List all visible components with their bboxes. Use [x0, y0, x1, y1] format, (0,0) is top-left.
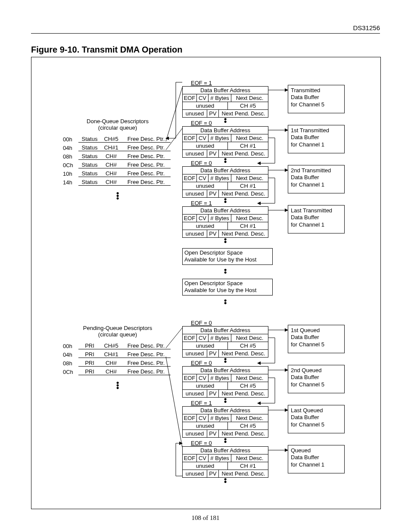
descriptor-block: Data Buffer Address EOFCV# BytesNext Des… [182, 126, 268, 158]
buffer-box: TransmittedData Bufferfor Channel 5 [288, 85, 345, 113]
eof-label: EOF = 1 [191, 200, 212, 206]
header-rule [31, 33, 380, 34]
buffer-box: QueuedData Bufferfor Channel 1 [288, 445, 345, 473]
page: DS31256 Figure 9-10. Transmit DMA Operat… [0, 0, 411, 532]
buffer-box: Last QueuedData Bufferfor Channel 5 [288, 405, 345, 433]
vdots-icon: ●● [223, 158, 227, 163]
done-queue-heading: Done-Queue Descriptors (circular queue) [70, 118, 165, 131]
table-row: 0ChStatusCH#Free Desc. Ptr. [63, 160, 171, 168]
doc-id: DS31256 [353, 24, 380, 31]
text: (circular queue) [98, 331, 137, 338]
vdots-icon: ●● [223, 358, 227, 363]
vdots-icon: ●● [223, 198, 227, 203]
descriptor-block: Data Buffer Address EOFCV# BytesNext Des… [182, 406, 268, 438]
table-row: 14hStatusCH#Free Desc. Ptr. [63, 177, 171, 186]
eof-label: EOF = 0 [191, 320, 212, 326]
vdots-icon: ●●● [115, 381, 120, 389]
eof-label: EOF = 1 [191, 400, 212, 406]
buffer-box: 1st QueuedData Bufferfor Channel 5 [288, 325, 345, 353]
svg-line-8 [166, 87, 182, 141]
vdots-icon: ●● [223, 238, 227, 243]
done-queue-table: 00hStatusCH#5Free Desc. Ptr. 04hStatusCH… [63, 134, 171, 186]
table-row: 00hStatusCH#5Free Desc. Ptr. [63, 134, 171, 143]
eof-label: EOF = 0 [191, 160, 212, 166]
table-row: 08hStatusCH#Free Desc. Ptr. [63, 151, 171, 160]
table-row: 08hPRICH#Free Desc. Ptr. [63, 358, 171, 367]
descriptor-block: Data Buffer Address EOFCV# BytesNext Des… [182, 366, 268, 398]
vdots-icon: ●● [223, 299, 227, 304]
table-row: 04hStatusCH#1Free Desc. Ptr. [63, 143, 171, 151]
buffer-box: 2nd TransmittedData Bufferfor Channel 1 [288, 165, 345, 193]
figure-frame: Done-Queue Descriptors (circular queue) … [31, 57, 381, 509]
vdots-icon: ●● [223, 438, 227, 443]
page-footer: 108 of 181 [0, 514, 411, 522]
descriptor-block: Data Buffer Address EOFCV# BytesNext Des… [182, 446, 268, 478]
buffer-box: Last TransmittedData Bufferfor Channel 1 [288, 205, 345, 233]
vdots-icon: ●● [223, 398, 227, 403]
vdots-icon: ●●● [115, 192, 120, 199]
table-row: 10hStatusCH#Free Desc. Ptr. [63, 168, 171, 177]
text: (circular queue) [98, 124, 137, 131]
descriptor-block: Data Buffer Address EOFCV# BytesNext Des… [182, 326, 268, 358]
eof-label: EOF = 1 [191, 80, 212, 86]
vdots-icon: ●● [223, 268, 227, 274]
descriptor-block: Data Buffer Address EOFCV# BytesNext Des… [182, 166, 268, 198]
vdots-icon: ●● [223, 118, 227, 123]
table-row: 00hPRICH#5Free Desc. Ptr. [63, 341, 171, 349]
descriptor-block: Data Buffer Address EOFCV# BytesNext Des… [182, 86, 268, 118]
text: Pending-Queue Descriptors [83, 325, 152, 331]
pending-queue-table: 00hPRICH#5Free Desc. Ptr. 04hPRICH#1Free… [63, 341, 171, 375]
pending-queue-heading: Pending-Queue Descriptors (circular queu… [70, 325, 165, 338]
buffer-box: 1st TransmittedData Bufferfor Channel 1 [288, 125, 345, 153]
table-row: 04hPRICH#1Free Desc. Ptr. [63, 349, 171, 358]
figure-title: Figure 9-10. Transmit DMA Operation [31, 45, 183, 55]
open-descriptor-space: Open Descriptor SpaceAvailable for Use b… [182, 248, 273, 265]
open-descriptor-space: Open Descriptor SpaceAvailable for Use b… [182, 279, 273, 296]
vdots-icon: ●● [223, 478, 227, 483]
text: Done-Queue Descriptors [87, 118, 149, 124]
eof-label: EOF = 0 [191, 120, 212, 126]
descriptor-block: Data Buffer Address EOFCV# BytesNext Des… [182, 206, 268, 238]
eof-label: EOF = 0 [191, 440, 212, 446]
buffer-box: 2nd QueuedData Bufferfor Channel 5 [288, 365, 345, 393]
table-row: 0ChPRICH#Free Desc. Ptr. [63, 367, 171, 375]
eof-label: EOF = 0 [191, 360, 212, 366]
